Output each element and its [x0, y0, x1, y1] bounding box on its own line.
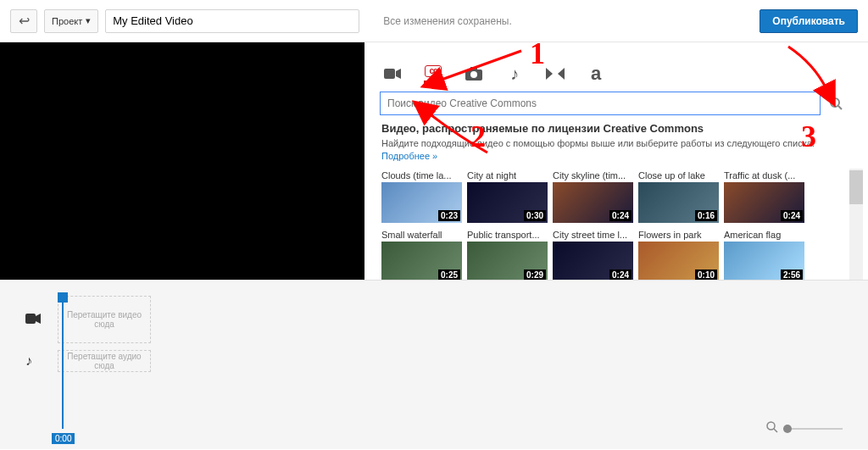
- publish-button[interactable]: Опубликовать: [760, 9, 858, 33]
- learn-more-link[interactable]: Подробнее »: [381, 151, 437, 161]
- thumbnail-title: American flag: [724, 228, 804, 242]
- thumbnail-title: City skyline (tim...: [553, 169, 633, 182]
- svg-line-5: [838, 106, 842, 109]
- thumbnail-title: Traffic at dusk (...: [724, 169, 804, 182]
- thumbnail-image: 2:56: [724, 242, 804, 280]
- editor-main: cc ♪ a Видео, распространяемые по лиценз…: [0, 42, 868, 280]
- thumbnail-grid: Clouds (time la...0:23City at night0:30C…: [380, 169, 846, 280]
- thumbnail-duration: 0:24: [781, 210, 803, 221]
- svg-rect-0: [384, 69, 395, 79]
- tab-cc[interactable]: cc: [424, 64, 442, 83]
- thumbnail[interactable]: City skyline (tim...0:24: [553, 169, 633, 223]
- search-icon: [830, 97, 843, 110]
- scrollbar-thumb[interactable]: [849, 170, 863, 204]
- thumbnail-image: 0:30: [467, 182, 548, 223]
- thumbnail[interactable]: Flowers in park0:10: [638, 228, 719, 280]
- project-title-input[interactable]: [105, 9, 359, 33]
- playhead-time: 0:00: [52, 433, 75, 444]
- timeline: 0:00 Перетащите видео сюда ♪ Перетащите …: [0, 280, 868, 449]
- save-status: Все изменения сохранены.: [383, 15, 753, 27]
- chevron-down-icon: ▾: [86, 15, 91, 26]
- thumbnail-image: 0:24: [553, 242, 633, 280]
- thumbnail[interactable]: Close up of lake0:16: [638, 169, 719, 223]
- thumbnail[interactable]: City street time l...0:24: [553, 228, 633, 280]
- playhead[interactable]: 0:00: [62, 292, 64, 429]
- thumbnail-duration: 0:10: [695, 269, 717, 280]
- video-track: Перетащите видео сюда: [25, 296, 843, 343]
- thumbnail[interactable]: Clouds (time la...0:23: [381, 169, 462, 223]
- thumbnail-duration: 0:16: [695, 210, 717, 221]
- zoom-thumb[interactable]: [783, 425, 792, 433]
- cc-heading: Видео, распространяемые по лицензии Crea…: [381, 122, 861, 135]
- svg-rect-6: [25, 314, 36, 324]
- thumbnail-image: 0:24: [553, 182, 633, 223]
- tab-photo[interactable]: [465, 64, 483, 83]
- thumbnail-title: City street time l...: [553, 228, 633, 242]
- svg-point-3: [470, 71, 477, 78]
- audio-track: ♪ Перетащите аудио сюда: [25, 350, 843, 372]
- thumbnail-title: Public transport...: [467, 228, 548, 242]
- music-note-icon: ♪: [510, 64, 519, 84]
- thumbnail-title: Flowers in park: [638, 228, 719, 242]
- media-tabs: cc ♪ a: [380, 49, 865, 92]
- thumbnail-title: Small waterfall: [381, 228, 462, 242]
- thumbnail-duration: 0:29: [524, 269, 546, 280]
- scrollbar[interactable]: [849, 169, 863, 280]
- project-dropdown[interactable]: Проект ▾: [44, 9, 98, 33]
- tab-text[interactable]: a: [587, 64, 605, 83]
- thumbnail-duration: 0:24: [609, 210, 632, 221]
- text-icon: a: [591, 63, 601, 85]
- svg-point-4: [831, 98, 839, 107]
- thumbnail-image: 0:10: [638, 242, 719, 280]
- thumbnail[interactable]: Small waterfall0:25: [381, 228, 462, 280]
- cc-icon: cc: [425, 65, 442, 77]
- svg-point-7: [767, 422, 775, 430]
- thumbnail-title: Close up of lake: [638, 169, 719, 182]
- thumbnail-title: Clouds (time la...: [381, 169, 462, 182]
- svg-line-8: [774, 429, 777, 432]
- tab-audio[interactable]: ♪: [505, 64, 524, 83]
- tab-video[interactable]: [383, 64, 402, 83]
- thumbnail-duration: 0:24: [609, 269, 632, 280]
- audio-drop-zone[interactable]: Перетащите аудио сюда: [58, 350, 151, 372]
- search-button[interactable]: [824, 92, 848, 115]
- thumbnail-image: 0:23: [381, 182, 462, 223]
- thumbnail[interactable]: American flag2:56: [724, 228, 804, 280]
- video-drop-zone[interactable]: Перетащите видео сюда: [58, 296, 151, 343]
- cc-subtext: Найдите подходящие видео с помощью формы…: [381, 138, 815, 148]
- zoom-control: [766, 421, 843, 436]
- back-icon: ↩: [19, 13, 30, 29]
- search-input[interactable]: [380, 92, 821, 115]
- thumbnail-image: 0:25: [381, 242, 462, 280]
- thumbnail-duration: 0:23: [438, 210, 460, 221]
- video-track-icon: [25, 312, 42, 327]
- thumbnail-image: 0:16: [638, 182, 719, 223]
- transition-icon: [546, 68, 565, 80]
- thumbnail-title: City at night: [467, 169, 548, 182]
- thumbnail[interactable]: Traffic at dusk (...0:24: [724, 169, 804, 223]
- thumbnail-duration: 0:25: [438, 269, 460, 280]
- thumbnail-image: 0:24: [724, 182, 804, 223]
- tab-transition[interactable]: [546, 64, 565, 83]
- video-camera-icon: [384, 68, 401, 80]
- zoom-slider[interactable]: [783, 428, 843, 430]
- thumbs-wrap: Clouds (time la...0:23City at night0:30C…: [380, 169, 865, 280]
- camera-icon: [465, 67, 482, 81]
- thumbnail-duration: 0:30: [524, 210, 546, 221]
- playhead-handle[interactable]: [58, 292, 68, 303]
- media-panel: cc ♪ a Видео, распространяемые по лиценз…: [364, 42, 868, 280]
- thumbnail[interactable]: Public transport...0:29: [467, 228, 548, 280]
- back-button[interactable]: ↩: [10, 9, 37, 33]
- svg-rect-2: [470, 67, 477, 70]
- heading-block: Видео, распространяемые по лицензии Crea…: [380, 122, 865, 169]
- zoom-icon: [766, 421, 778, 436]
- topbar: ↩ Проект ▾ Все изменения сохранены. Опуб…: [0, 0, 868, 42]
- thumbnail-duration: 2:56: [781, 269, 803, 280]
- search-row: [380, 92, 865, 115]
- audio-track-icon: ♪: [25, 353, 42, 369]
- project-dropdown-label: Проект: [52, 16, 82, 26]
- thumbnail[interactable]: City at night0:30: [467, 169, 548, 223]
- thumbnail-image: 0:29: [467, 242, 548, 280]
- video-preview[interactable]: [0, 42, 364, 280]
